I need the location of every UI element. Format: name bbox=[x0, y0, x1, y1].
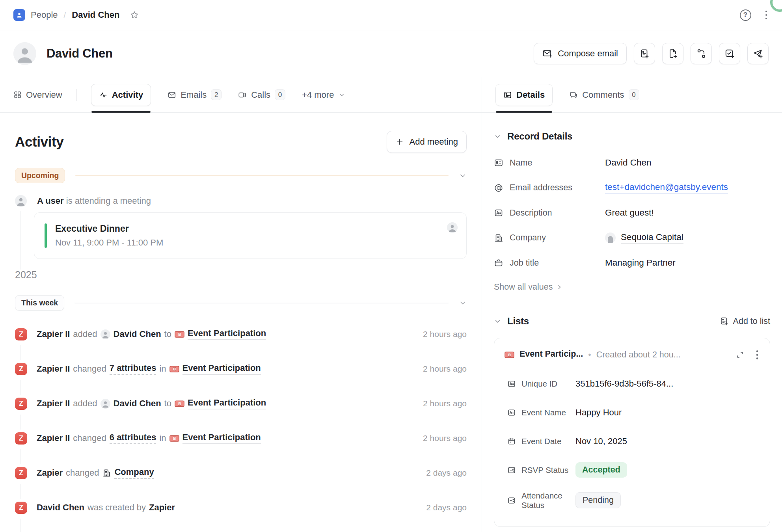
compose-email-button[interactable]: Compose email bbox=[534, 43, 627, 64]
tab-activity-label: Activity bbox=[112, 90, 143, 100]
send-sequence-button[interactable] bbox=[747, 43, 769, 64]
field-event-date[interactable]: Event Date Nov 10, 2025 bbox=[507, 433, 760, 449]
tab-overview[interactable]: Overview bbox=[13, 90, 62, 100]
breadcrumb-section[interactable]: People bbox=[31, 10, 58, 20]
activity-heading: Activity bbox=[15, 134, 63, 150]
add-to-list-button[interactable]: Add to list bbox=[719, 316, 770, 326]
person-link[interactable]: David Chen bbox=[114, 329, 161, 339]
user-avatar bbox=[15, 195, 27, 207]
field-name[interactable]: Name David Chen bbox=[494, 158, 770, 168]
entry-menu-icon[interactable] bbox=[755, 349, 760, 361]
record-tabs: Overview Activity Emails 2 Calls bbox=[0, 77, 482, 113]
link-word: in bbox=[159, 433, 166, 443]
ticket-icon bbox=[505, 351, 514, 359]
field-job-title[interactable]: Job title Managing Partner bbox=[494, 258, 770, 268]
action: changed bbox=[66, 468, 99, 478]
tab-emails[interactable]: Emails 2 bbox=[168, 89, 222, 100]
rsvp-status-badge[interactable]: Accepted bbox=[575, 462, 627, 478]
attributes-link[interactable]: 7 attributes bbox=[110, 363, 156, 375]
zapier-avatar: Z bbox=[15, 467, 27, 479]
compose-email-label: Compose email bbox=[558, 48, 618, 59]
list-link[interactable]: Event Participation bbox=[188, 398, 266, 409]
person-link[interactable]: David Chen bbox=[114, 398, 161, 409]
meeting-card[interactable]: Executive Dinner Nov 11, 9:00 PM - 11:00… bbox=[34, 212, 467, 259]
chevron-down-icon[interactable] bbox=[494, 133, 501, 140]
ticket-icon bbox=[175, 330, 184, 339]
more-menu-icon[interactable] bbox=[764, 9, 769, 21]
action: was created by bbox=[88, 502, 146, 513]
activity-panel: Activity Add meeting Upcoming bbox=[0, 113, 482, 532]
tab-activity[interactable]: Activity bbox=[91, 84, 151, 106]
zapier-avatar: Z bbox=[15, 328, 27, 340]
tab-more[interactable]: +4 more bbox=[302, 90, 345, 100]
select-attribute-icon bbox=[507, 466, 516, 474]
field-email[interactable]: Email addresses test+davidchen@gatsby.ev… bbox=[494, 182, 770, 193]
timeline-item[interactable]: Z Zapier II changed 6 attributes in Even… bbox=[15, 430, 467, 447]
show-all-values-link[interactable]: Show all values bbox=[494, 282, 770, 292]
field-label: RSVP Status bbox=[521, 465, 568, 475]
zapier-avatar: Z bbox=[15, 432, 27, 445]
add-meeting-button[interactable]: Add meeting bbox=[387, 131, 467, 153]
timestamp: 2 hours ago bbox=[423, 433, 467, 443]
person-avatar bbox=[101, 329, 110, 339]
field-company[interactable]: Company Sequoia Capital bbox=[494, 232, 770, 244]
ticket-icon bbox=[169, 365, 179, 373]
field-description[interactable]: Description Great guest! bbox=[494, 208, 770, 218]
timeline-item[interactable]: Z Zapier II changed 7 attributes in Even… bbox=[15, 360, 467, 378]
zapier-avatar: Z bbox=[15, 398, 27, 410]
tab-overview-label: Overview bbox=[26, 90, 62, 100]
timeline-item[interactable]: Z Zapier II added David Chen to Event Pa… bbox=[15, 326, 467, 343]
workflow-button[interactable] bbox=[691, 43, 712, 64]
record-details-heading: Record Details bbox=[507, 131, 572, 142]
timeline-item[interactable]: Z Zapier II added David Chen to Event Pa… bbox=[15, 395, 467, 412]
attendance-status-badge[interactable]: Pending bbox=[575, 492, 621, 508]
breadcrumb-record[interactable]: David Chen bbox=[72, 10, 119, 20]
nodes-icon bbox=[696, 48, 706, 59]
side-panel-tabs: Details Comments 0 bbox=[482, 77, 782, 113]
attribute-link[interactable]: Company bbox=[114, 467, 154, 479]
tab-comments[interactable]: Comments 0 bbox=[569, 89, 639, 100]
company-logo bbox=[605, 233, 616, 243]
tab-calls[interactable]: Calls 0 bbox=[238, 89, 285, 100]
add-file-button[interactable] bbox=[662, 43, 683, 64]
collapse-chevron-icon[interactable] bbox=[459, 172, 467, 180]
list-plus-icon bbox=[719, 316, 729, 326]
company-link[interactable]: Sequoia Capital bbox=[621, 232, 683, 244]
email-link[interactable]: test+davidchen@gatsby.events bbox=[605, 182, 728, 193]
header-actions: Compose email bbox=[534, 43, 769, 64]
field-unique-id[interactable]: Unique ID 351b15f6-9d3b-56f5-84... bbox=[507, 376, 760, 392]
ticket-icon bbox=[175, 400, 184, 408]
add-to-list-label: Add to list bbox=[733, 316, 770, 326]
id-card-icon bbox=[494, 158, 503, 167]
chevron-down-icon[interactable] bbox=[494, 318, 501, 325]
attendee-avatar bbox=[447, 222, 458, 233]
collapse-chevron-icon[interactable] bbox=[459, 299, 467, 307]
add-note-button[interactable] bbox=[634, 43, 655, 64]
event-name-value: Happy Hour bbox=[575, 407, 622, 418]
attributes-link[interactable]: 6 attributes bbox=[110, 432, 156, 444]
action: added bbox=[73, 329, 97, 339]
list-link[interactable]: Event Participation bbox=[188, 328, 266, 340]
dot-separator: • bbox=[588, 350, 591, 359]
description-value: Great guest! bbox=[605, 208, 654, 218]
tab-calls-label: Calls bbox=[251, 90, 270, 100]
actor: Zapier II bbox=[37, 398, 70, 409]
actor: Zapier II bbox=[37, 433, 70, 443]
field-rsvp-status[interactable]: RSVP Status Accepted bbox=[507, 462, 760, 478]
meeting-intro-row: A user is attending a meeting bbox=[15, 195, 467, 207]
tab-details[interactable]: Details bbox=[495, 84, 553, 106]
field-attendance-status[interactable]: Attendance Status Pending bbox=[507, 491, 760, 510]
list-entry-link[interactable]: Event Particip... bbox=[519, 349, 583, 360]
list-link[interactable]: Event Participation bbox=[182, 363, 261, 375]
timeline-item[interactable]: Z David Chen was created by Zapier 2 day… bbox=[15, 499, 467, 516]
timeline-item[interactable]: Z Zapier changed Company 2 days ago bbox=[15, 464, 467, 482]
timestamp: 2 days ago bbox=[426, 503, 467, 512]
add-task-button[interactable] bbox=[719, 43, 740, 64]
expand-icon[interactable] bbox=[736, 351, 744, 359]
list-link[interactable]: Event Participation bbox=[182, 432, 261, 444]
meeting-title: Executive Dinner bbox=[55, 223, 163, 234]
field-label: Description bbox=[510, 208, 552, 218]
help-icon[interactable]: ? bbox=[740, 9, 751, 21]
field-event-name[interactable]: Event Name Happy Hour bbox=[507, 405, 760, 420]
favorite-star-icon[interactable] bbox=[130, 10, 139, 20]
